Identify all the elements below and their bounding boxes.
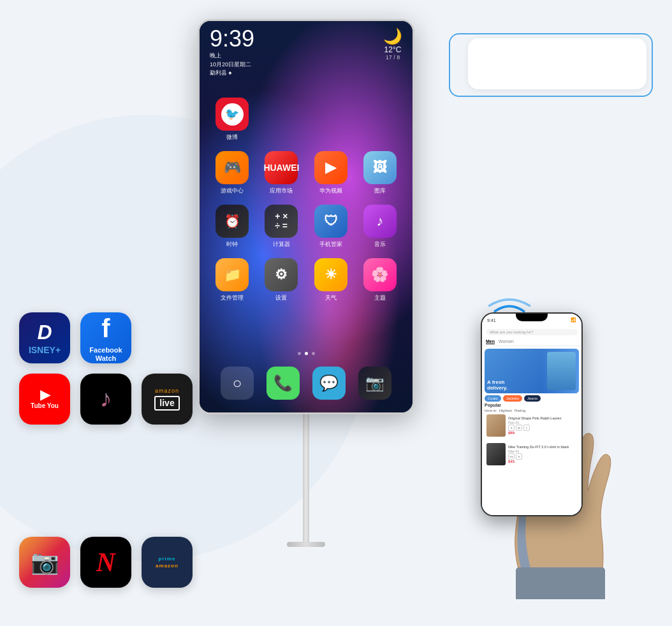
app-row-1: D ISNEY+ f Facebook Watch — [19, 312, 193, 363]
files-label: 文件管理 — [221, 294, 244, 302]
product-1-price: $89 — [508, 431, 577, 435]
page-dots — [200, 352, 413, 355]
app-music[interactable]: ♪ 音乐 — [360, 205, 400, 249]
categories: Coats Jackets Jeans — [485, 395, 579, 402]
status-bar: 9:39 晚上 10月20日星期二 勐利县 ♠ 🌙 12°C 17 / 8 — [200, 21, 413, 81]
netflix-icon[interactable]: N — [80, 537, 131, 588]
cat-jeans[interactable]: Jeans — [524, 395, 541, 402]
facebook-watch-icon[interactable]: f Facebook Watch — [80, 312, 131, 363]
app-weibo[interactable]: 🐦 微博 — [212, 98, 252, 142]
clock-label: 时钟 — [226, 240, 238, 249]
calc-label: 计算器 — [273, 240, 290, 249]
manager-icon: 🛡 — [314, 205, 347, 238]
phone-dock: ○ 📞 💬 📷 — [200, 367, 413, 400]
themes-label: 主题 — [374, 294, 386, 302]
main-phone-screen: 9:39 晚上 10月20日星期二 勐利县 ♠ 🌙 12°C 17 / 8 🐦 — [198, 19, 414, 414]
dot-2 — [305, 352, 308, 355]
weather-icon: 🌙 — [383, 27, 402, 45]
app-row-2: ▶ Tube You ♪ amazon live — [19, 374, 193, 425]
product-1-image — [486, 414, 506, 437]
amazon-live-icon[interactable]: amazon live — [142, 374, 193, 425]
app-settings[interactable]: ⚙ 设置 — [261, 258, 301, 302]
app-weather[interactable]: ☀ 天气 — [311, 258, 351, 302]
appmarket-icon: HUAWEI — [265, 151, 298, 184]
dot-1 — [298, 352, 301, 355]
dock-phone[interactable]: 📞 — [267, 367, 300, 400]
product-2-price: $45 — [508, 460, 577, 463]
small-phone-body: A freshdelivery. Coats Jackets Jeans Pop… — [482, 346, 581, 515]
prime-icon[interactable]: prime amazon — [142, 537, 193, 588]
product-1[interactable]: Original Shape Polo Ralph Lauren Polo Fi… — [485, 412, 579, 439]
weather-temp: 12°C — [384, 45, 402, 54]
product-2-image — [486, 443, 506, 465]
tab-bar: Men Women — [482, 338, 581, 346]
stand-base — [287, 542, 325, 547]
weibo-icon: 🐦 — [215, 98, 249, 131]
svg-rect-1 — [516, 567, 605, 599]
settings-label: 设置 — [275, 294, 287, 302]
tab-men[interactable]: Men — [486, 339, 495, 344]
app-placeholder — [261, 98, 301, 142]
product-1-info: Original Shape Polo Ralph Lauren Polo Fi… — [508, 416, 577, 435]
weather-app-label: 天气 — [325, 294, 337, 302]
phone-time: 9:39 — [210, 27, 254, 50]
stand-pole — [303, 414, 309, 542]
youtube-label: Tube You — [31, 402, 59, 410]
app-grid: 🐦 微博 🎮 游戏中心 HUAWEI 应用市场 ▶ 华为视频 🖼 — [200, 98, 413, 302]
tab-women[interactable]: Women — [499, 339, 514, 344]
app-calc[interactable]: + ×÷ = 计算器 — [261, 205, 301, 249]
banner: A freshdelivery. — [485, 349, 579, 393]
youtube-icon[interactable]: ▶ Tube You — [19, 374, 70, 425]
app-files[interactable]: 📁 文件管理 — [212, 258, 252, 302]
calc-icon: + ×÷ = — [265, 205, 298, 238]
games-label: 游戏中心 — [221, 187, 244, 195]
cat-coats[interactable]: Coats — [485, 395, 501, 402]
weather-widget: 🌙 12°C 17 / 8 — [383, 27, 402, 61]
app-manager[interactable]: 🛡 手机管家 — [311, 205, 351, 249]
gallery-icon: 🖼 — [363, 151, 397, 184]
popular-title: Popular — [485, 402, 579, 409]
dock-messages[interactable]: 💬 — [312, 367, 346, 400]
dock-contacts[interactable]: ○ — [221, 367, 254, 400]
product-1-sizes: SML — [508, 425, 577, 431]
games-icon: 🎮 — [215, 151, 249, 184]
app-video[interactable]: ▶ 华为视频 — [311, 151, 351, 195]
app-games[interactable]: 🎮 游戏中心 — [212, 151, 252, 195]
app-clock[interactable]: ⏰ 时钟 — [212, 205, 252, 249]
weibo-label: 微博 — [226, 133, 238, 142]
product-2-info: Nike Training Do-FIT 2.0 t-shirt in blac… — [508, 445, 577, 463]
app-gallery[interactable]: 🖼 图库 — [360, 151, 400, 195]
search-bar-area: What are you looking for? — [482, 326, 581, 338]
app-appmarket[interactable]: HUAWEI 应用市场 — [261, 151, 301, 195]
app-themes[interactable]: 🌸 主题 — [360, 258, 400, 302]
product-2-name: Nike Training Do-FIT 2.0 t-shirt in blac… — [508, 445, 577, 449]
signal-icons: 📶 — [571, 317, 576, 323]
dock-camera[interactable]: 📷 — [358, 367, 391, 400]
tiktok-icon[interactable]: ♪ — [80, 374, 131, 425]
weather-app-icon: ☀ — [314, 258, 347, 291]
phone-notch — [516, 314, 548, 321]
instagram-icon[interactable]: 📷 — [19, 537, 70, 588]
small-phone: 9:41 📶 What are you looking for? Men Wom… — [481, 312, 583, 516]
phone-date: 晚上 10月20日星期二 勐利县 ♠ — [210, 52, 254, 78]
music-icon: ♪ — [363, 205, 397, 238]
settings-icon: ⚙ — [265, 258, 298, 291]
phone-stand: 9:39 晚上 10月20日星期二 勐利县 ♠ 🌙 12°C 17 / 8 🐦 — [198, 19, 414, 547]
bottom-apps: 📷 N prime amazon — [19, 537, 193, 588]
left-apps-container: D ISNEY+ f Facebook Watch ▶ Tube You ♪ a… — [19, 312, 193, 425]
product-list: Original Shape Polo Ralph Lauren Polo Fi… — [485, 412, 579, 467]
banner-image — [547, 352, 576, 390]
cat-jackets[interactable]: Jackets — [503, 395, 522, 402]
top-right-box — [468, 38, 646, 89]
banner-text: A freshdelivery. — [487, 379, 508, 391]
manager-label: 手机管家 — [319, 240, 342, 249]
product-2[interactable]: Nike Training Do-FIT 2.0 t-shirt in blac… — [485, 441, 579, 467]
video-label: 华为视频 — [319, 187, 342, 195]
hand-with-phone: 9:41 📶 What are you looking for? Men Wom… — [474, 306, 653, 599]
disney-plus-icon[interactable]: D ISNEY+ — [19, 312, 70, 363]
appmarket-label: 应用市场 — [270, 187, 293, 195]
small-phone-time: 9:41 — [487, 318, 496, 323]
time-date-block: 9:39 晚上 10月20日星期二 勐利县 ♠ — [210, 27, 254, 78]
app-placeholder3 — [360, 98, 400, 142]
product-2-sizes: XSS — [508, 453, 577, 460]
